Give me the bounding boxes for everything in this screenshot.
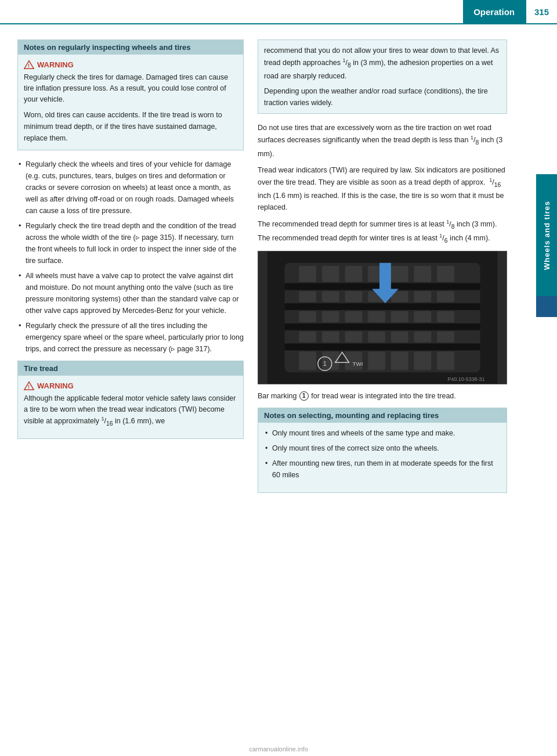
svg-rect-26 [345,311,363,322]
svg-rect-42 [391,351,408,370]
svg-text:TWI: TWI [352,361,363,367]
left-column: Notes on regularly inspecting wheels and… [17,39,244,501]
svg-rect-36 [414,331,432,342]
svg-rect-44 [437,351,454,370]
svg-rect-10 [299,265,316,282]
notes-inspecting-box: Notes on regularly inspecting wheels and… [17,39,244,150]
tire-warning-continuation-box: recommend that you do not allow your tir… [258,39,507,114]
warning-block-damage: ! WARNING Regularly check the tires for … [24,59,237,105]
svg-rect-24 [299,311,316,322]
main-content: Notes on regularly inspecting wheels and… [0,27,557,514]
para-tire-warning-cont: recommend that you do not allow your tir… [264,45,501,82]
svg-rect-41 [368,351,385,370]
svg-rect-34 [368,331,385,342]
para-worn-tires: Worn, old tires can cause accidents. If … [24,109,237,144]
bullet-run-in: After mounting new tires, run them in at… [264,458,501,481]
notes-inspecting-body: ! WARNING Regularly check the tires for … [18,55,243,150]
bullet-list-checks: Regularly check the wheels and tires of … [17,159,244,355]
tire-image-box: 1 TWI P40.10-5338-31 [258,251,507,384]
warning-triangle-icon: ! [24,59,34,70]
svg-rect-37 [437,331,454,342]
bullet-same-type: Only mount tires and wheels of the same … [264,427,501,439]
svg-rect-22 [414,291,432,302]
svg-rect-17 [299,291,316,302]
svg-rect-18 [322,291,339,302]
bullet-check-valve: All wheels must have a valve cap to prot… [17,270,244,316]
svg-rect-7 [284,303,480,310]
svg-text:!: ! [28,63,30,69]
tire-illustration: 1 TWI P40.10-5338-31 [258,251,507,384]
caption-bar-marking: Bar marking 1 for tread wear is integrat… [258,390,507,402]
svg-rect-38 [299,351,316,370]
header-page-number: 315 [525,0,557,23]
warning-triangle-tread-icon: ! [24,380,34,391]
warning-text-tread: Although the applicable federal motor ve… [24,393,237,428]
svg-text:!: ! [28,384,30,390]
circle-number-1: 1 [299,391,309,401]
para-twi: Tread wear indicators (TWI) are required… [258,164,507,213]
svg-rect-15 [414,265,432,282]
svg-rect-29 [414,311,432,322]
warning-label-tread: WARNING [37,381,74,390]
svg-rect-16 [437,265,454,282]
bullet-list-selecting: Only mount tires and wheels of the same … [264,427,501,481]
warning-title-tread: ! WARNING [24,380,237,391]
header-bar: Operation 315 [0,0,557,24]
notes-inspecting-title: Notes on regularly inspecting wheels and… [18,40,243,55]
warning-block-tread: ! WARNING Although the applicable federa… [24,380,237,428]
svg-rect-33 [345,331,363,342]
tire-tread-box: Tire tread ! WARNING Although the appl [17,361,244,439]
svg-text:1: 1 [323,360,327,367]
svg-rect-30 [437,311,454,322]
bullet-check-tread: Regularly check the tire tread depth and… [17,220,244,267]
svg-rect-31 [299,331,316,342]
para-weather: Depending upon the weather and/or road s… [264,85,501,109]
svg-rect-28 [391,311,408,322]
tire-tread-body: ! WARNING Although the applicable federa… [18,376,243,438]
bullet-check-damage: Regularly check the wheels and tires of … [17,159,244,217]
svg-rect-23 [437,291,454,302]
side-tab-wheels-tires: Wheels and tires [536,174,557,296]
watermark: carmanualonline.info [249,746,308,753]
right-column: recommend that you do not allow your tir… [258,39,507,501]
notes-selecting-body: Only mount tires and wheels of the same … [258,423,507,492]
svg-rect-14 [391,265,408,282]
notes-selecting-title: Notes on selecting, mounting and replaci… [258,408,507,423]
notes-selecting-box: Notes on selecting, mounting and replaci… [258,408,507,493]
svg-rect-27 [368,311,385,322]
header-section-label: Operation [463,0,525,23]
warning-text-damage: Regularly check the tires for damage. Da… [24,72,237,105]
tire-warning-continuation-body: recommend that you do not allow your tir… [258,40,507,113]
warning-title-damage: ! WARNING [24,59,237,70]
side-tab-bar [536,296,557,317]
warning-label-damage: WARNING [37,60,74,69]
svg-rect-9 [284,343,480,350]
svg-rect-25 [322,311,339,322]
bullet-check-pressure: Regularly check the pressure of all the … [17,320,244,355]
svg-rect-43 [414,351,432,370]
svg-rect-11 [322,265,339,282]
svg-rect-12 [345,265,363,282]
para-recommended: The recommended tread depth for summer t… [258,218,507,246]
para-do-not-use: Do not use tires that are excessively wo… [258,122,507,159]
svg-text:P40.10-5338-31: P40.10-5338-31 [448,376,485,382]
tire-tread-title: Tire tread [18,361,243,376]
svg-rect-35 [391,331,408,342]
svg-rect-8 [284,323,480,330]
svg-rect-19 [345,291,363,302]
bullet-correct-size: Only mount tires of the correct size ont… [264,442,501,454]
svg-rect-32 [322,331,339,342]
